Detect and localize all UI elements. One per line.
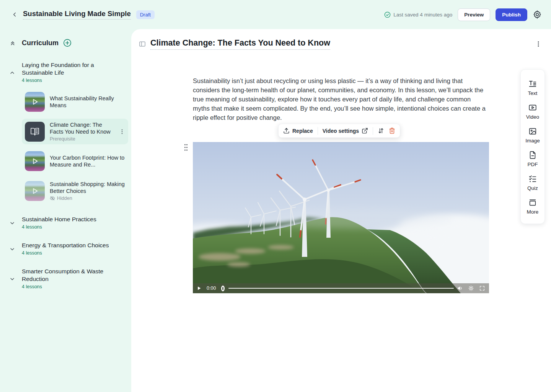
lesson-hidden-label: Hidden — [57, 196, 72, 201]
video-settings-label: Video settings — [323, 128, 359, 134]
lesson-item[interactable]: Your Carbon Footprint: How to Measure an… — [22, 149, 128, 174]
lesson-page-title[interactable]: Climate Change: The Facts You Need to Kn… — [150, 38, 330, 50]
section-lesson-count: 4 lessons — [22, 284, 116, 289]
palette-label: Quiz — [527, 185, 538, 191]
insert-pdf-button[interactable]: PDF — [521, 147, 544, 171]
seek-handle[interactable] — [221, 286, 225, 291]
settings-gear-icon[interactable] — [533, 10, 542, 19]
lesson-header: Climate Change: The Facts You Need to Kn… — [139, 38, 542, 50]
curriculum-section: Smarter Consumption & Waste Reduction 4 … — [9, 268, 125, 289]
last-saved-text: Last saved 4 minutes ago — [393, 12, 452, 18]
play-icon — [31, 98, 39, 106]
book-open-icon — [30, 127, 39, 136]
player-settings-icon[interactable] — [468, 285, 474, 291]
play-icon — [31, 157, 39, 165]
header-actions: Last saved 4 minutes ago Preview Publish — [384, 8, 542, 21]
section-title: Laying the Foundation for a Sustainable … — [22, 61, 116, 77]
lesson-title: Climate Change: The Facts You Need to Kn… — [50, 121, 114, 135]
lesson-title: What Sustainability Really Means — [50, 95, 125, 109]
lesson-options-kebab[interactable] — [535, 41, 542, 47]
lesson-prerequisite-label: Prerequisite — [50, 136, 114, 142]
more-block-icon — [528, 198, 537, 207]
insert-quiz-button[interactable]: Quiz — [521, 171, 544, 194]
insert-text-button[interactable]: Text — [521, 76, 544, 100]
palette-label: Image — [525, 138, 540, 144]
video-block-icon — [528, 103, 537, 112]
curriculum-section: Laying the Foundation for a Sustainable … — [9, 61, 125, 204]
video-settings-button[interactable]: Video settings — [323, 127, 368, 134]
curriculum-section: Sustainable Home Practices 4 lessons — [9, 216, 125, 230]
sort-arrows-icon — [378, 127, 384, 134]
check-circle-icon — [384, 11, 391, 18]
section-header[interactable]: Smarter Consumption & Waste Reduction 4 … — [9, 268, 125, 289]
section-header[interactable]: Sustainable Home Practices 4 lessons — [9, 216, 125, 230]
save-status: Last saved 4 minutes ago — [384, 11, 452, 18]
course-builder-app: Sustainable Living Made Simple Draft Las… — [0, 0, 551, 392]
insert-block-palette: Text Video Image PDF Quiz More — [520, 69, 545, 224]
lesson-list: What Sustainability Really Means Climate… — [22, 89, 125, 204]
lesson-body-text[interactable]: Sustainability isn’t just about recyclin… — [193, 76, 487, 122]
curriculum-title: Curriculum — [22, 39, 59, 47]
course-title[interactable]: Sustainable Living Made Simple — [23, 10, 131, 20]
section-title: Smarter Consumption & Waste Reduction — [22, 268, 116, 283]
section-title: Energy & Transportation Choices — [22, 242, 116, 249]
reading-thumbnail — [25, 122, 45, 142]
lesson-item-hidden[interactable]: Sustainable Shopping: Making Better Choi… — [22, 178, 128, 204]
palette-label: PDF — [528, 162, 538, 167]
palette-label: Video — [526, 114, 539, 120]
collapse-all-icon[interactable] — [9, 39, 16, 46]
section-header[interactable]: Energy & Transportation Choices 4 lesson… — [9, 242, 125, 256]
add-section-button[interactable] — [63, 39, 72, 47]
progress-track[interactable] — [228, 288, 454, 289]
chevron-down-icon[interactable] — [9, 220, 15, 226]
fullscreen-icon[interactable] — [479, 285, 485, 291]
palette-label: Text — [528, 90, 538, 96]
trash-icon — [389, 127, 395, 134]
play-icon — [31, 187, 39, 195]
publish-button[interactable]: Publish — [496, 8, 527, 21]
video-controls-bar: 0:00 — [193, 283, 489, 293]
pdf-block-icon — [528, 151, 537, 159]
toolbar-divider — [373, 127, 373, 135]
section-title: Sustainable Home Practices — [22, 216, 116, 223]
lesson-item[interactable]: What Sustainability Really Means — [22, 89, 128, 114]
preview-button[interactable]: Preview — [458, 8, 490, 21]
video-thumbnail — [25, 92, 45, 112]
top-bar: Sustainable Living Made Simple Draft Las… — [0, 0, 551, 29]
toolbar-divider — [318, 127, 318, 135]
current-time: 0:00 — [207, 286, 216, 291]
move-block-button[interactable] — [378, 127, 384, 134]
volume-icon[interactable] — [457, 285, 463, 291]
lesson-kebab-menu[interactable] — [119, 129, 125, 135]
chevron-down-icon[interactable] — [9, 276, 15, 282]
delete-block-button[interactable] — [389, 127, 395, 134]
insert-video-button[interactable]: Video — [521, 100, 544, 123]
section-header[interactable]: Laying the Foundation for a Sustainable … — [9, 61, 125, 83]
image-block-icon — [528, 127, 537, 136]
replace-video-button[interactable]: Replace — [283, 127, 313, 134]
curriculum-header: Curriculum — [9, 39, 125, 47]
section-lesson-count: 4 lessons — [22, 250, 116, 256]
text-block-icon — [528, 80, 537, 88]
block-drag-handle[interactable] — [184, 144, 188, 151]
video-thumbnail — [25, 181, 45, 201]
play-button[interactable] — [197, 286, 201, 291]
chevron-left-icon — [11, 11, 18, 18]
quiz-block-icon — [528, 175, 537, 183]
upload-icon — [283, 127, 290, 134]
eye-off-icon — [50, 196, 55, 201]
chevron-up-icon[interactable] — [9, 70, 15, 76]
lesson-item-selected[interactable]: Climate Change: The Facts You Need to Kn… — [22, 119, 128, 144]
lesson-editor-panel: Climate Change: The Facts You Need to Kn… — [131, 29, 551, 392]
section-lesson-count: 4 lessons — [22, 78, 116, 83]
chevron-down-icon[interactable] — [9, 246, 15, 252]
video-player[interactable]: 0:00 — [193, 142, 489, 293]
section-lesson-count: 4 lessons — [22, 224, 116, 230]
insert-image-button[interactable]: Image — [521, 123, 544, 147]
toggle-sidebar-icon[interactable] — [139, 40, 146, 48]
back-button[interactable] — [9, 9, 20, 20]
insert-more-button[interactable]: More — [521, 194, 544, 218]
status-badge: Draft — [136, 10, 155, 19]
curriculum-section: Energy & Transportation Choices 4 lesson… — [9, 242, 125, 256]
replace-label: Replace — [292, 128, 313, 134]
